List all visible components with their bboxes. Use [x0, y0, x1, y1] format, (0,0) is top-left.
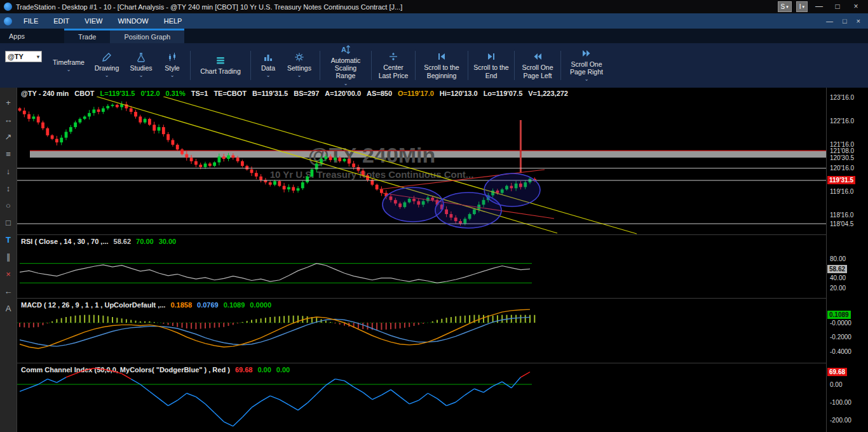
toolbar-label: Data — [261, 64, 275, 72]
i-menu-button[interactable]: I▾ — [796, 1, 808, 12]
tool-menu-lines[interactable]: ≡ — [0, 145, 17, 163]
menu-file[interactable]: FILE — [16, 13, 46, 29]
tool-trendline[interactable]: ↗ — [0, 128, 17, 145]
s-menu-button[interactable]: S▾ — [778, 1, 792, 12]
toolbar-button-scroll-one-page-right[interactable]: Scroll One Page Right ⌄ — [564, 43, 609, 88]
toolbar-separator — [190, 51, 191, 80]
drawing-toolbar: +↔↗≡↓↕○□T∥×←A — [0, 88, 17, 432]
toolbar-button-style[interactable]: Style ⌄ — [158, 43, 187, 88]
menu-window[interactable]: WINDOW — [110, 13, 156, 29]
svg-text:@TY 240Min: @TY 240Min — [308, 143, 436, 167]
chevron-down-icon: ⌄ — [297, 72, 302, 78]
toolbar-separator — [560, 51, 561, 80]
tab-position-graph[interactable]: Position Graph — [110, 30, 184, 43]
chevron-down-icon: ▾ — [786, 4, 789, 10]
apps-button[interactable]: Apps — [0, 29, 34, 43]
chevron-down-icon: ⌄ — [266, 72, 271, 78]
title-controls: S▾ I▾ — □ × — [778, 0, 868, 13]
symbol-input[interactable]: @TY ▾ — [5, 51, 42, 62]
tool-arrow-down[interactable]: ↓ — [0, 163, 17, 180]
toolbar-label: Automatic Scaling Range — [325, 57, 367, 79]
tool-horizontal-arrow[interactable]: ↔ — [0, 111, 17, 128]
page-left-icon — [532, 51, 543, 62]
toolbar-label: Timeframe — [53, 58, 85, 66]
chevron-down-icon: ▾ — [802, 4, 804, 10]
child-restore-button[interactable]: □ — [843, 17, 847, 25]
macd-axis-label: -0.4000 — [830, 348, 851, 356]
toolbar-label: Scroll One Page Left — [519, 64, 556, 79]
price-axis-label: 120'30.5 — [830, 154, 854, 162]
i-menu-label: I — [799, 3, 801, 10]
toolbar-label: Settings — [287, 64, 311, 72]
chevron-down-icon: ⌄ — [67, 67, 71, 72]
tabs-row: Apps Trade Position Graph — [0, 29, 868, 43]
tool-delete-drawing[interactable]: × — [0, 266, 17, 283]
toolbar-button-drawing[interactable]: Drawing ⌄ — [89, 43, 125, 88]
toolbar-separator — [415, 51, 416, 80]
skip-start-icon — [437, 51, 447, 62]
chevron-down-icon: ▾ — [37, 54, 39, 60]
price-chart[interactable]: @TY 240Min10 Yr U.S. Treasury Notes Cont… — [17, 97, 826, 234]
toolbar-separator — [514, 51, 515, 80]
tab-trade[interactable]: Trade — [64, 30, 110, 43]
toolbar-button-automatic-scaling-range[interactable]: A Automatic Scaling Range ⌄ — [323, 43, 368, 88]
price-axis-label: 118'16.0 — [830, 211, 853, 219]
tool-text[interactable]: T — [0, 231, 17, 248]
toolbar-button-scroll-one-page-left[interactable]: Scroll One Page Left — [518, 43, 557, 88]
menu-bar: FILE EDIT VIEW WINDOW HELP — □ × — [0, 13, 868, 29]
skip-end-icon — [486, 51, 496, 62]
toolbar-button-scroll-to-the-beginning[interactable]: Scroll to the Beginning — [419, 43, 465, 88]
toolbar-button-studies[interactable]: Studies ⌄ — [125, 43, 158, 88]
child-window-controls: — □ × — [826, 17, 868, 25]
tool-arrow-up-down[interactable]: ↕ — [0, 180, 17, 197]
tool-crosshair[interactable]: + — [0, 94, 17, 111]
minimize-button[interactable]: — — [812, 0, 826, 13]
candlestick-icon — [167, 52, 177, 62]
chart-trading-icon — [215, 55, 226, 65]
s-menu-label: S — [781, 3, 785, 10]
menu-edit[interactable]: EDIT — [46, 13, 77, 29]
cci-axis-label: -100.00 — [830, 398, 851, 407]
toolbar-label: Studies — [130, 64, 152, 72]
tool-pointer[interactable]: A — [0, 300, 17, 317]
menu-help[interactable]: HELP — [156, 13, 190, 29]
chevron-down-icon: ⌄ — [105, 72, 109, 78]
toolbar-button-settings[interactable]: Settings ⌄ — [282, 43, 316, 88]
child-close-button[interactable]: × — [857, 17, 860, 25]
tool-ellipse[interactable]: ○ — [0, 197, 17, 214]
cci-chart[interactable] — [17, 363, 826, 432]
toolbar-label: Scroll to the End — [473, 64, 510, 79]
rsi-value-badge: 58.62 — [827, 265, 847, 273]
price-axis-label: 120'16.0 — [830, 164, 854, 172]
macd-axis-label: -0.0000 — [830, 319, 851, 327]
toolbar-button-chart-trading[interactable]: Chart Trading — [194, 43, 247, 88]
macd-chart[interactable] — [17, 299, 826, 362]
menu-view[interactable]: VIEW — [77, 13, 110, 29]
macd-axis-label: -0.2000 — [830, 333, 851, 341]
chart-toolbar: @TY ▾ Timeframe ⌄ Drawing ⌄ Studies ⌄ St… — [0, 43, 868, 88]
last-price-badge: 119'31.5 — [827, 176, 855, 184]
toolbar-button-timeframe[interactable]: Timeframe ⌄ — [48, 43, 89, 88]
price-axis-label: 122'16.0 — [830, 117, 854, 125]
auto-scale-icon: A — [341, 44, 351, 55]
price-axis-label: 119'16.0 — [830, 187, 853, 196]
toolbar-button-data[interactable]: Data ⌄ — [254, 43, 282, 88]
price-axis[interactable]: 123'16.0122'16.0121'16.0121'08.0120'30.5… — [826, 88, 868, 432]
tool-snap-to-left[interactable]: ← — [0, 283, 17, 300]
rsi-chart[interactable] — [17, 235, 826, 297]
tool-rectangle[interactable]: □ — [0, 214, 17, 231]
macd-value-badge: 0.1089 — [827, 311, 851, 319]
cci-value-badge: 69.68 — [827, 368, 847, 376]
toolbar-button-scroll-to-the-end[interactable]: Scroll to the End — [471, 43, 511, 88]
svg-text:A: A — [341, 46, 346, 53]
child-minimize-button[interactable]: — — [826, 17, 833, 25]
chevron-down-icon: ⌄ — [585, 76, 589, 82]
restore-button[interactable]: □ — [831, 0, 844, 13]
close-button[interactable]: × — [849, 0, 863, 13]
window-title: TradeStation - Desktop #1 - 10 - [Chart … — [16, 3, 402, 11]
toolbar-button-center-last-price[interactable]: Center Last Price — [375, 43, 412, 88]
tool-parallel-lines[interactable]: ∥ — [0, 248, 17, 266]
cci-axis-label: -200.00 — [830, 416, 851, 424]
chevron-down-icon: ⌄ — [170, 72, 175, 78]
bar-chart-icon — [263, 52, 273, 62]
